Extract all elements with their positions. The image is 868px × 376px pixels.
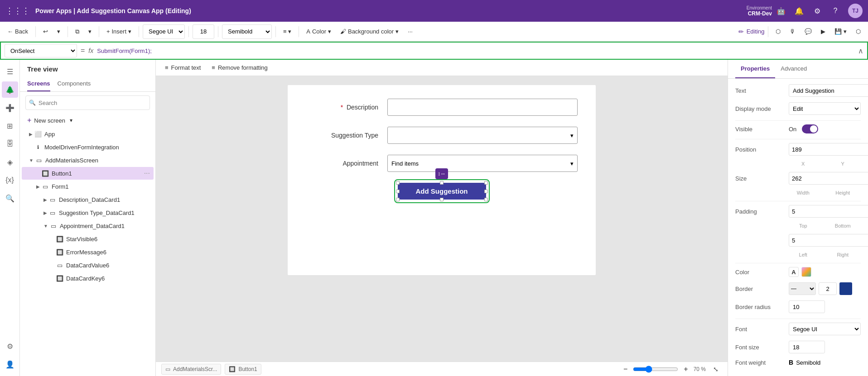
pad-top-input[interactable] (789, 205, 868, 218)
border-style-select[interactable]: — (789, 282, 816, 295)
tab-properties[interactable]: Properties (735, 60, 775, 78)
border-radius-input[interactable] (789, 300, 825, 313)
handle-ml[interactable] (396, 190, 400, 193)
preview-button[interactable]: ▶ (817, 24, 829, 39)
fit-screen-button[interactable]: ⤡ (709, 362, 722, 376)
treeview-icon-btn[interactable]: 🌲 (2, 81, 18, 98)
zoom-slider[interactable] (633, 366, 678, 373)
appointment-chevron-icon: ▾ (570, 160, 574, 167)
handle-br[interactable] (484, 198, 488, 201)
zoom-out-button[interactable]: − (622, 362, 629, 376)
tree-item-modeldriven[interactable]: ▶ ℹ ModelDrivenFormIntegration (22, 141, 154, 153)
tree-item-datacardvalue6[interactable]: ▶ ▭ DataCardValue6 (22, 259, 154, 271)
font-size-prop-input[interactable] (789, 341, 825, 353)
add-icon-btn[interactable]: ➕ (2, 100, 18, 116)
toggle-track[interactable] (802, 124, 818, 133)
settings-icon-btn[interactable]: ⚙ (2, 338, 18, 354)
bg-color-button[interactable]: 🖌 Background color ▾ (337, 24, 402, 39)
left-label: Left (785, 252, 821, 257)
props-tabs: Properties Advanced (728, 60, 868, 79)
suggestion-type-dropdown[interactable]: ▾ (387, 127, 578, 144)
tree-item-appointment-datacard1[interactable]: ▼ ▭ Appointment_DataCard1 (22, 219, 154, 232)
text-input[interactable] (789, 84, 868, 97)
border-width-input[interactable] (819, 282, 837, 295)
chevron-appointment: ▼ (43, 224, 48, 228)
variables-icon-btn[interactable]: ◈ (2, 154, 18, 170)
search-input[interactable] (25, 95, 150, 110)
color-swatch-a[interactable]: A (789, 267, 799, 277)
tab-screens[interactable]: Screens (27, 76, 50, 91)
font-select[interactable]: Segoe UI (789, 323, 861, 335)
user-avatar[interactable]: TJ (848, 4, 863, 18)
handle-tr[interactable] (484, 181, 488, 185)
align-button[interactable]: ≡ ▾ (280, 24, 295, 39)
handle-tm[interactable] (440, 181, 444, 185)
copy-button[interactable]: ⧉ (72, 24, 83, 39)
undo-dropdown[interactable]: ▾ (53, 24, 64, 39)
insert-button[interactable]: + Insert ▾ (103, 24, 135, 39)
copilot-icon[interactable]: 🤖 (776, 5, 786, 16)
button1-more-icon[interactable]: ··· (144, 169, 150, 177)
publish-button[interactable]: ⬡ (852, 24, 864, 39)
format-text-button[interactable]: ≡ Format text (161, 62, 204, 73)
data-icon-btn[interactable]: 🗄 (2, 136, 18, 152)
bottom-screen-tab[interactable]: ▭ AddMaterialsScr... (161, 364, 221, 375)
border-color-swatch[interactable] (839, 282, 852, 295)
new-screen-button[interactable]: + New screen ▾ (20, 114, 155, 127)
menu-icon-btn[interactable]: ☰ (2, 63, 18, 80)
handle-mr[interactable] (484, 190, 488, 193)
pos-x-input[interactable] (789, 143, 868, 156)
tree-item-addmaterialsscreen[interactable]: ▼ ▭ AddMaterialsScreen (22, 154, 154, 167)
tree-item-description-datacard1[interactable]: ▶ ▭ Description_DataCard1 (22, 193, 154, 206)
tree-item-starvisible6[interactable]: ▶ 🔲 StarVisible6 (22, 233, 154, 245)
tree-item-errormessage6[interactable]: ▶ 🔲 ErrorMessage6 (22, 246, 154, 258)
color-button[interactable]: A Color ▾ (303, 24, 335, 39)
fx-label: fx (88, 47, 93, 54)
comment-button[interactable]: 💬 (801, 24, 815, 39)
font-weight-select[interactable]: Semibold (222, 24, 272, 39)
tab-components[interactable]: Components (58, 76, 91, 91)
share-button[interactable]: ⬡ (772, 24, 784, 39)
pad-left-input[interactable] (789, 234, 868, 247)
font-family-select[interactable]: Segoe UI (143, 24, 185, 39)
tree-item-datacardkey6[interactable]: ▶ 🔲 DataCardKey6 (22, 272, 154, 285)
help-icon[interactable]: ? (830, 5, 841, 16)
color-dropdown-icon: ▾ (328, 28, 331, 35)
collapse-icon[interactable]: ∧ (858, 47, 863, 55)
display-mode-select[interactable]: Edit (789, 102, 861, 115)
width-input[interactable] (789, 172, 868, 185)
zoom-in-button[interactable]: + (682, 362, 690, 376)
notifications-icon[interactable]: 🔔 (794, 5, 805, 16)
property-select[interactable]: OnSelect (5, 44, 77, 57)
tree-item-app[interactable]: ▶ ⬜ App (22, 128, 154, 140)
handle-bl[interactable] (396, 198, 400, 201)
tree-item-form1[interactable]: ▶ ▭ Form1 (22, 180, 154, 193)
back-button[interactable]: ← Back (4, 24, 32, 39)
font-size-input[interactable] (193, 24, 214, 39)
voice-button[interactable]: 🎙 (786, 24, 799, 39)
components-icon-btn[interactable]: ⊞ (2, 118, 18, 134)
description-input[interactable] (387, 99, 578, 116)
settings-icon[interactable]: ⚙ (812, 5, 823, 16)
account-icon-btn[interactable]: 👤 (2, 356, 18, 372)
tab-advanced[interactable]: Advanced (775, 60, 812, 78)
appointment-dropdown[interactable]: Find items ▾ (387, 155, 578, 172)
button-name: Button1 (238, 366, 257, 372)
handle-tl[interactable] (396, 181, 400, 185)
more-options-button[interactable]: ··· (404, 24, 416, 39)
search-icon-btn[interactable]: 🔍 (2, 190, 18, 206)
handle-bm[interactable] (440, 198, 444, 201)
tree-items: ▶ ⬜ App ▶ ℹ ModelDrivenFormIntegration ▼… (20, 127, 155, 376)
undo-button[interactable]: ↩ (39, 24, 52, 39)
save-button[interactable]: 💾 ▾ (831, 24, 850, 39)
add-suggestion-button[interactable]: Add Suggestion ↕↔ (398, 183, 486, 200)
bottom-button-tab[interactable]: 🔲 Button1 (225, 364, 261, 375)
expression-icon-btn[interactable]: {x} (2, 172, 18, 188)
apps-grid-icon[interactable]: ⋮⋮⋮ (5, 6, 30, 16)
tree-view-title: Tree view (20, 60, 155, 76)
color-fill-swatch[interactable] (801, 267, 811, 277)
remove-formatting-button[interactable]: ≡ Remove formatting (208, 62, 271, 73)
tree-item-button1[interactable]: ▶ 🔲 Button1 ··· (22, 167, 154, 180)
tree-item-suggestion-datacard1[interactable]: ▶ ▭ Suggestion Type_DataCard1 (22, 206, 154, 219)
copy-dropdown[interactable]: ▾ (85, 24, 95, 39)
